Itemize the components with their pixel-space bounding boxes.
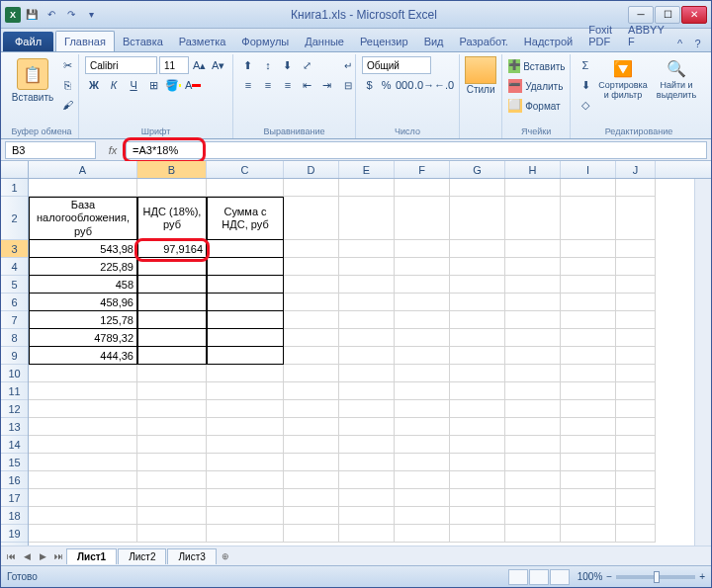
border-button[interactable]: ⊞: [144, 76, 162, 94]
cell-G1[interactable]: [450, 179, 505, 197]
cell-D5[interactable]: [284, 276, 339, 294]
col-header-D[interactable]: D: [284, 161, 339, 178]
cell-F3[interactable]: [395, 240, 450, 258]
cell-E10[interactable]: [339, 365, 395, 382]
cell-E5[interactable]: [339, 276, 395, 294]
cell-G10[interactable]: [450, 365, 505, 382]
sheet-nav-prev-icon[interactable]: ◀: [19, 548, 35, 564]
cell-F9[interactable]: [395, 347, 450, 365]
align-right-icon[interactable]: ≡: [279, 76, 297, 94]
cell-E11[interactable]: [339, 382, 395, 400]
format-cells-button[interactable]: ⬜Формат: [508, 96, 564, 116]
col-header-B[interactable]: B: [137, 161, 207, 178]
cell-G16[interactable]: [450, 471, 505, 489]
cell-D12[interactable]: [284, 400, 339, 418]
row-header-16[interactable]: 16: [1, 471, 28, 489]
sort-filter-button[interactable]: 🔽 Сортировка и фильтр: [598, 56, 648, 125]
row-header-17[interactable]: 17: [1, 489, 28, 507]
cell-F5[interactable]: [395, 276, 450, 294]
cell-E2[interactable]: [339, 197, 395, 240]
cell-A19[interactable]: [29, 525, 137, 543]
cell-H1[interactable]: [505, 179, 561, 197]
cell-C7[interactable]: [207, 311, 284, 329]
cell-H8[interactable]: [505, 329, 561, 347]
tab-abbyy[interactable]: ABBYY F: [620, 20, 672, 51]
cell-D10[interactable]: [284, 365, 339, 382]
fx-icon[interactable]: fx: [104, 141, 122, 159]
cell-F17[interactable]: [395, 489, 450, 507]
cell-A15[interactable]: [29, 454, 137, 471]
row-header-12[interactable]: 12: [1, 400, 28, 418]
cell-D3[interactable]: [284, 240, 339, 258]
formula-input[interactable]: =A3*18%: [126, 141, 707, 159]
tab-foxit[interactable]: Foxit PDF: [580, 20, 620, 51]
col-header-C[interactable]: C: [207, 161, 284, 178]
inc-decimal-icon[interactable]: .0→: [415, 76, 433, 94]
view-pagebreak-icon[interactable]: [550, 569, 570, 585]
cell-J2[interactable]: [616, 197, 656, 240]
cell-C16[interactable]: [207, 471, 284, 489]
col-header-F[interactable]: F: [395, 161, 450, 178]
cell-I17[interactable]: [561, 489, 616, 507]
cell-E13[interactable]: [339, 418, 395, 436]
cell-I7[interactable]: [561, 311, 616, 329]
cell-H4[interactable]: [505, 258, 561, 276]
fill-icon[interactable]: ⬇: [577, 76, 594, 94]
cell-E16[interactable]: [339, 471, 395, 489]
qat-dropdown-icon[interactable]: ▾: [82, 6, 100, 24]
cell-I4[interactable]: [561, 258, 616, 276]
sheet-nav-first-icon[interactable]: ⏮: [3, 548, 19, 564]
row-header-1[interactable]: 1: [1, 179, 28, 197]
cell-A4[interactable]: 225,89: [29, 258, 137, 276]
horizontal-scrollbar[interactable]: [235, 546, 711, 565]
cell-E8[interactable]: [339, 329, 395, 347]
zoom-level[interactable]: 100%: [578, 571, 603, 582]
format-painter-icon[interactable]: 🖌: [58, 96, 76, 114]
cell-B17[interactable]: [137, 489, 207, 507]
sheet-tab-3[interactable]: Лист3: [167, 548, 216, 564]
find-select-button[interactable]: 🔍 Найти и выделить: [652, 56, 701, 125]
cell-I6[interactable]: [561, 294, 616, 311]
cell-A3[interactable]: 543,98: [29, 240, 137, 258]
cell-A5[interactable]: 458: [29, 276, 137, 294]
cell-D6[interactable]: [284, 294, 339, 311]
col-header-I[interactable]: I: [561, 161, 616, 178]
cell-G7[interactable]: [450, 311, 505, 329]
cell-J4[interactable]: [616, 258, 656, 276]
col-header-G[interactable]: G: [450, 161, 505, 178]
cell-G19[interactable]: [450, 525, 505, 543]
cell-C14[interactable]: [207, 436, 284, 454]
minimize-ribbon-icon[interactable]: ^: [672, 36, 688, 51]
cell-H15[interactable]: [505, 454, 561, 471]
row-header-19[interactable]: 19: [1, 525, 28, 543]
tab-review[interactable]: Рецензир: [352, 32, 416, 51]
cell-E9[interactable]: [339, 347, 395, 365]
tab-home[interactable]: Главная: [55, 31, 115, 51]
row-header-8[interactable]: 8: [1, 329, 28, 347]
cell-E18[interactable]: [339, 507, 395, 525]
cell-A16[interactable]: [29, 471, 137, 489]
align-left-icon[interactable]: ≡: [239, 76, 257, 94]
row-header-11[interactable]: 11: [1, 382, 28, 400]
cell-E4[interactable]: [339, 258, 395, 276]
row-header-18[interactable]: 18: [1, 507, 28, 525]
cell-C5[interactable]: [207, 276, 284, 294]
cell-C2[interactable]: Сумма с НДС, руб: [207, 197, 284, 240]
row-header-7[interactable]: 7: [1, 311, 28, 329]
cell-B3[interactable]: 97,9164: [137, 240, 207, 258]
delete-cells-button[interactable]: ➖Удалить: [508, 76, 564, 96]
insert-cells-button[interactable]: ➕Вставить: [508, 56, 564, 76]
number-format-combo[interactable]: Общий: [362, 56, 431, 74]
cell-I13[interactable]: [561, 418, 616, 436]
cell-J15[interactable]: [616, 454, 656, 471]
cell-C1[interactable]: [207, 179, 284, 197]
cell-B6[interactable]: [137, 294, 207, 311]
tab-addins[interactable]: Надстрой: [516, 32, 580, 51]
cell-G13[interactable]: [450, 418, 505, 436]
comma-icon[interactable]: 000: [396, 76, 413, 94]
cell-D9[interactable]: [284, 347, 339, 365]
clear-icon[interactable]: ◇: [577, 96, 594, 114]
tab-developer[interactable]: Разработ.: [452, 32, 516, 51]
file-tab[interactable]: Файл: [3, 32, 53, 51]
tab-view[interactable]: Вид: [416, 32, 452, 51]
